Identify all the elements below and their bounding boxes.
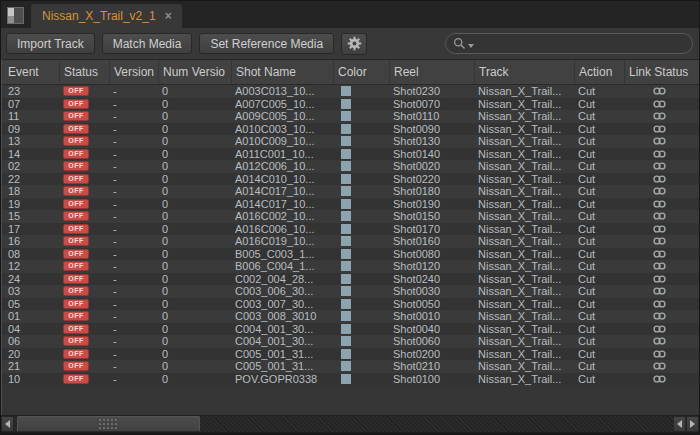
shot-color-swatch[interactable] [341,199,351,209]
table-row[interactable]: 17 OFF - 0 A016C006_10... Shot0170 Nissa… [2,223,699,236]
status-badge[interactable]: OFF [63,174,89,184]
table-row[interactable]: 16 OFF - 0 A016C019_10... Shot0160 Nissa… [2,235,699,248]
status-badge[interactable]: OFF [63,299,89,309]
status-badge[interactable]: OFF [63,261,89,271]
column-header-shot-name[interactable]: Shot Name [231,60,333,84]
status-badge[interactable]: OFF [63,374,89,384]
shot-color-swatch[interactable] [341,349,351,359]
scroll-right-button[interactable] [686,416,699,432]
table-row[interactable]: 06 OFF - 0 C004_001_30... Shot0060 Nissa… [2,335,699,348]
column-header-reel[interactable]: Reel [389,60,474,84]
table-row[interactable]: 13 OFF - 0 A010C009_10... Shot0130 Nissa… [2,135,699,148]
column-header-track[interactable]: Track [474,60,574,84]
shot-color-swatch[interactable] [341,286,351,296]
table-row[interactable]: 11 OFF - 0 A009C005_10... Shot0110 Nissa… [2,110,699,123]
status-badge[interactable]: OFF [63,186,89,196]
tab-nissan-x-trail[interactable]: Nissan_X_Trail_v2_1 × [31,4,182,28]
status-badge[interactable]: OFF [63,349,89,359]
shot-color-swatch[interactable] [341,336,351,346]
reel-cell: Shot0110 [389,110,474,123]
status-badge[interactable]: OFF [63,324,89,334]
table-row[interactable]: 14 OFF - 0 A011C001_10... Shot0140 Nissa… [2,148,699,161]
pane-layout-icon[interactable] [7,7,24,24]
table-row[interactable]: 05 OFF - 0 C003_007_30... Shot0050 Nissa… [2,298,699,311]
status-badge[interactable]: OFF [63,361,89,371]
table-row[interactable]: 02 OFF - 0 A012C006_10... Shot0020 Nissa… [2,160,699,173]
table-row[interactable]: 07 OFF - 0 A007C005_10... Shot0070 Nissa… [2,98,699,111]
shot-color-swatch[interactable] [341,361,351,371]
column-header-version[interactable]: Version [109,60,158,84]
shot-color-swatch[interactable] [341,311,351,321]
table-row[interactable]: 04 OFF - 0 C004_001_30... Shot0040 Nissa… [2,323,699,336]
status-badge[interactable]: OFF [63,224,89,234]
status-badge[interactable]: OFF [63,211,89,221]
shot-color-swatch[interactable] [341,324,351,334]
search-input[interactable] [476,37,684,51]
set-reference-media-button[interactable]: Set Reference Media [199,33,334,54]
status-badge[interactable]: OFF [63,274,89,284]
shot-color-swatch[interactable] [341,249,351,259]
table-row[interactable]: 24 OFF - 0 C002_004_28... Shot0240 Nissa… [2,273,699,286]
column-header-color[interactable]: Color [333,60,389,84]
shot-color-swatch[interactable] [341,99,351,109]
shot-color-swatch[interactable] [341,161,351,171]
status-badge[interactable]: OFF [63,249,89,259]
status-badge[interactable]: OFF [63,236,89,246]
status-badge[interactable]: OFF [63,111,89,121]
shot-color-swatch[interactable] [341,211,351,221]
status-badge[interactable]: OFF [63,161,89,171]
shot-name-cell: C005_001_31... [231,360,333,373]
column-header-action[interactable]: Action [574,60,624,84]
shot-color-swatch[interactable] [341,186,351,196]
shot-color-swatch[interactable] [341,236,351,246]
status-badge[interactable]: OFF [63,311,89,321]
shot-color-swatch[interactable] [341,374,351,384]
settings-button[interactable] [341,33,367,55]
table-row[interactable]: 21 OFF - 0 C005_001_31... Shot0210 Nissa… [2,360,699,373]
column-header-status[interactable]: Status [59,60,109,84]
table-row[interactable]: 15 OFF - 0 A016C002_10... Shot0150 Nissa… [2,210,699,223]
shot-color-swatch[interactable] [341,124,351,134]
search-box[interactable] [445,33,693,54]
column-header-event[interactable]: Event [2,60,59,84]
table-row[interactable]: 22 OFF - 0 A014C010_10... Shot0220 Nissa… [2,173,699,186]
table-row[interactable]: 01 OFF - 0 C003_008_3010 Shot0010 Nissan… [2,310,699,323]
column-header-num-versions[interactable]: Num Versio [158,60,231,84]
column-header-link-status[interactable]: Link Status [624,60,700,84]
table-row[interactable]: 10 OFF - 0 POV.GOPR0338 Shot0100 Nissan_… [2,373,699,386]
scroll-left-button-right-pair[interactable] [673,416,686,432]
shot-color-swatch[interactable] [341,149,351,159]
shot-color-swatch[interactable] [341,111,351,121]
search-filter-dropdown-arrow-icon[interactable] [468,44,474,48]
table-row[interactable]: 08 OFF - 0 B005_C003_1... Shot0080 Nissa… [2,248,699,261]
table-row[interactable]: 03 OFF - 0 C003_006_30... Shot0030 Nissa… [2,285,699,298]
status-badge[interactable]: OFF [63,99,89,109]
scroll-left-button[interactable] [1,416,14,432]
shot-color-swatch[interactable] [341,136,351,146]
import-track-button[interactable]: Import Track [6,33,95,54]
shot-color-swatch[interactable] [341,86,351,96]
table-row[interactable]: 20 OFF - 0 C005_001_31... Shot0200 Nissa… [2,348,699,361]
shot-color-swatch[interactable] [341,299,351,309]
scrollbar-track[interactable] [200,416,673,432]
shot-color-swatch[interactable] [341,261,351,271]
scrollbar-thumb[interactable] [17,416,200,432]
table-row[interactable]: 19 OFF - 0 A014C017_10... Shot0190 Nissa… [2,198,699,211]
table-row[interactable]: 12 OFF - 0 B006_C004_1... Shot0120 Nissa… [2,260,699,273]
close-icon[interactable]: × [165,10,172,22]
status-badge[interactable]: OFF [63,124,89,134]
status-badge[interactable]: OFF [63,136,89,146]
status-badge[interactable]: OFF [63,286,89,296]
shot-color-swatch[interactable] [341,274,351,284]
status-badge[interactable]: OFF [63,86,89,96]
match-media-button[interactable]: Match Media [102,33,193,54]
table-row[interactable]: 23 OFF - 0 A003C013_10... Shot0230 Nissa… [2,85,699,98]
shot-color-swatch[interactable] [341,224,351,234]
table-row[interactable]: 18 OFF - 0 A014C017_10... Shot0180 Nissa… [2,185,699,198]
link-status-cell [624,285,700,298]
shot-color-swatch[interactable] [341,174,351,184]
status-badge[interactable]: OFF [63,149,89,159]
status-badge[interactable]: OFF [63,199,89,209]
table-row[interactable]: 09 OFF - 0 A010C003_10... Shot0090 Nissa… [2,123,699,136]
status-badge[interactable]: OFF [63,336,89,346]
